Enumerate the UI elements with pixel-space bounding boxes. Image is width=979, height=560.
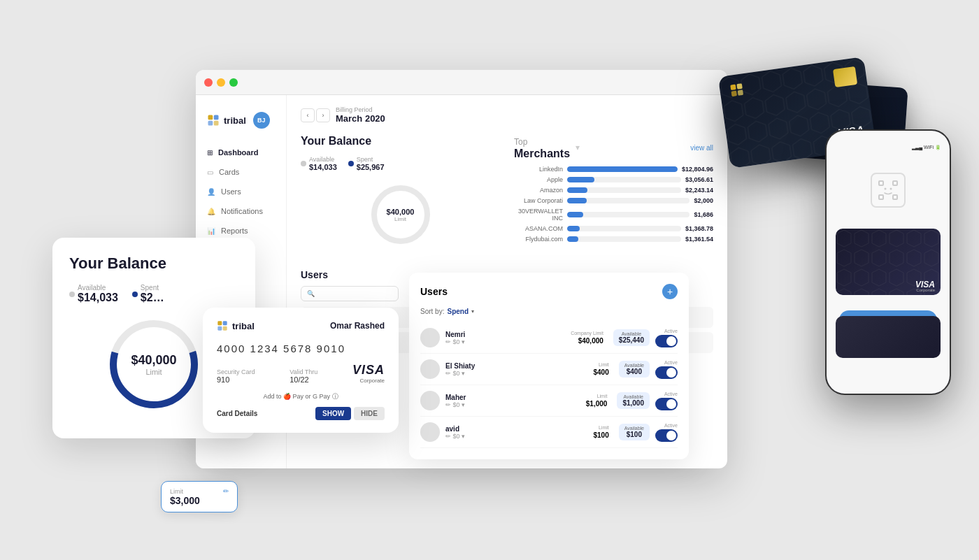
- donut-label: Limit: [387, 216, 415, 222]
- limit-tooltip: Limit ✏ $3,000: [161, 481, 238, 512]
- svg-point-23: [890, 188, 892, 190]
- sidebar-nav: ⊞ Dashboard ▭ Cards 👤 Users 🔔 Notificati…: [196, 143, 286, 240]
- card-tribal-logo: tribal: [217, 320, 255, 331]
- table-row: avid ✏ $0 ▾ Limit $100 Available $100 Ac…: [420, 417, 678, 448]
- card-header: tribal Omar Rashed: [217, 320, 385, 331]
- card-security: Security Card 910: [217, 368, 255, 384]
- spent-indicator: [132, 292, 138, 297]
- user-active-2: Active: [655, 360, 678, 379]
- available-dot: [301, 161, 306, 166]
- large-donut-center: $40,000 Limit: [131, 353, 176, 376]
- donut-container: $40,000 Limit: [301, 180, 500, 250]
- dark-card-logo: [729, 82, 745, 101]
- user-active-4: Active: [655, 423, 678, 442]
- user-limit-3: Limit $1,000: [586, 394, 608, 408]
- card-number: 4000 1234 5678 9010: [217, 343, 385, 354]
- maximize-button[interactable]: [229, 78, 238, 87]
- search-box[interactable]: 🔍: [301, 286, 399, 301]
- svg-rect-17: [738, 89, 743, 95]
- edit-icon[interactable]: ✏: [223, 487, 229, 495]
- valid-thru-value: 10/22: [290, 375, 317, 384]
- list-item: ASANA.COM $1,368.78: [514, 225, 713, 232]
- user-name-4: avid: [445, 425, 587, 433]
- table-row: El Shiaty ✏ $0 ▾ Limit $400 Available $4…: [420, 354, 678, 385]
- card-actions: Card Details SHOW HIDE: [217, 407, 385, 420]
- hide-card-button[interactable]: HIDE: [354, 407, 385, 420]
- limit-value-2: $400: [593, 368, 608, 376]
- billing-period[interactable]: March 2020: [336, 113, 385, 124]
- next-period-button[interactable]: ›: [316, 108, 330, 122]
- merchants-header: Top Merchants ▾ view all: [514, 135, 713, 160]
- merchant-bars: LinkedIn $12,804.96 Apple $3,056.61 Amaz…: [514, 166, 713, 243]
- billing-period-bar: ‹ › Billing Period March 2020: [301, 106, 713, 124]
- toggle-4[interactable]: [655, 429, 678, 442]
- sidebar-item-cards[interactable]: ▭ Cards: [196, 162, 286, 182]
- balance-card-title: Your Balance: [69, 254, 238, 273]
- sort-label: Sort by:: [420, 308, 444, 315]
- user-spend-1: ✏ $0 ▾: [445, 338, 565, 345]
- available-badge-3: Available $1,000: [617, 392, 650, 409]
- close-button[interactable]: [204, 78, 213, 87]
- available-value: $14,033: [309, 163, 337, 171]
- minimize-button[interactable]: [217, 78, 225, 87]
- svg-point-22: [885, 188, 887, 190]
- traffic-lights: [204, 78, 238, 87]
- tribal-logo-icon: [207, 114, 220, 127]
- tribal-icon-dark-card: [729, 82, 745, 98]
- sort-value[interactable]: Spend: [447, 308, 469, 315]
- limit-label-3: Limit: [597, 394, 608, 399]
- sidebar-item-users[interactable]: 👤 Users: [196, 182, 286, 201]
- chip: [833, 66, 857, 87]
- users-section-title: Users: [301, 269, 328, 280]
- toggle-1[interactable]: [655, 335, 678, 347]
- logo-text: tribal: [224, 115, 246, 126]
- merchants-title-row: Top Merchants ▾: [514, 135, 580, 160]
- user-name-2: El Shiaty: [445, 362, 587, 370]
- avail-amount-3: $1,000: [622, 399, 644, 407]
- user-spend-2: ✏ $0 ▾: [445, 370, 587, 377]
- prev-period-button[interactable]: ‹: [301, 108, 315, 122]
- show-card-button[interactable]: SHOW: [315, 407, 351, 420]
- sidebar-item-dashboard[interactable]: ⊞ Dashboard: [196, 143, 286, 162]
- tribal-card-icon: [217, 320, 228, 331]
- user-name-3: Maher: [445, 394, 580, 401]
- user-limit-2: Limit $400: [593, 362, 608, 376]
- users-icon: 👤: [207, 188, 215, 196]
- users-panel: Users + Sort by: Spend ▾ Nemri ✏ $0 ▾ Co…: [409, 273, 689, 459]
- titlebar: [196, 70, 727, 95]
- card-details-row: Security Card 910 Valid Thru 10/22 VISA …: [217, 363, 385, 384]
- spent-dot: [348, 161, 354, 166]
- svg-rect-20: [879, 195, 883, 199]
- company-limit-value: $40,000: [578, 337, 603, 345]
- available-badge-2: Available $400: [619, 361, 650, 378]
- cards-icon: ▭: [207, 168, 213, 176]
- users-label: Users: [221, 187, 241, 196]
- merchants-section: Top Merchants ▾ view all LinkedIn: [514, 135, 713, 255]
- avail-amount-4: $100: [624, 431, 644, 438]
- signal-icons: ▂▃▄ WiFi 🔋: [912, 145, 941, 150]
- sidebar-item-notifications[interactable]: 🔔 Notifications: [196, 201, 286, 221]
- user-badge[interactable]: BJ: [253, 112, 270, 129]
- user-avatar-4: [420, 422, 440, 442]
- face-id-svg: [878, 180, 899, 201]
- add-user-button[interactable]: +: [662, 284, 678, 299]
- chevron-down-icon: ▾: [576, 143, 580, 152]
- toggle-2[interactable]: [655, 366, 678, 379]
- toggle-3[interactable]: [655, 398, 678, 410]
- user-name-1: Nemri: [445, 331, 565, 338]
- view-all-link[interactable]: view all: [690, 144, 713, 152]
- phone-screen: ▂▃▄ WiFi 🔋: [827, 131, 950, 394]
- large-donut: $40,000 Limit: [105, 315, 203, 413]
- svg-rect-19: [893, 181, 897, 185]
- scene: tribal BJ ⊞ Dashboard ▭ Cards 👤 Users: [0, 0, 979, 560]
- avail-label-4: Available: [624, 426, 644, 431]
- svg-rect-15: [736, 83, 742, 89]
- svg-rect-1: [214, 115, 219, 120]
- avail-amount-2: $400: [624, 368, 644, 375]
- available-legend: Available $14,033: [301, 156, 337, 171]
- svg-rect-8: [217, 321, 222, 325]
- user-active-3: Active: [655, 392, 678, 410]
- phone-card-dark: VISA Corporate: [836, 229, 941, 295]
- svg-rect-16: [731, 91, 737, 96]
- svg-rect-2: [208, 121, 213, 126]
